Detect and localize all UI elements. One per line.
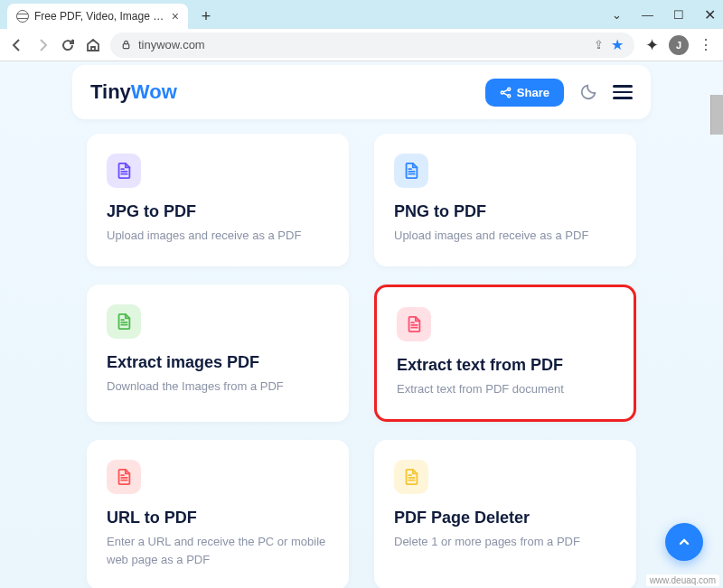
tool-card[interactable]: PNG to PDFUpload images and receive as a… bbox=[374, 134, 636, 266]
tool-card[interactable]: Extract images PDFDownload the Images fr… bbox=[87, 285, 349, 423]
site-header: TinyWow Share bbox=[72, 65, 651, 119]
close-window-icon[interactable]: ✕ bbox=[704, 6, 716, 23]
document-icon bbox=[394, 154, 428, 188]
site-logo[interactable]: TinyWow bbox=[90, 80, 177, 104]
svg-rect-0 bbox=[123, 44, 128, 49]
globe-icon bbox=[16, 10, 29, 23]
card-title: JPG to PDF bbox=[107, 202, 329, 221]
back-icon[interactable] bbox=[9, 37, 25, 53]
tool-grid: JPG to PDFUpload images and receive as a… bbox=[87, 134, 636, 588]
card-title: Extract images PDF bbox=[107, 353, 329, 372]
document-icon bbox=[107, 304, 141, 339]
svg-point-1 bbox=[501, 91, 503, 94]
card-desc: Upload images and receive as a PDF bbox=[394, 227, 616, 245]
dropdown-icon[interactable]: ⌄ bbox=[612, 8, 622, 22]
reload-icon[interactable] bbox=[60, 37, 76, 53]
window-controls: ⌄ — ☐ ✕ bbox=[612, 6, 716, 23]
card-title: PDF Page Deleter bbox=[394, 509, 616, 527]
document-icon bbox=[107, 154, 141, 188]
card-desc: Upload images and receive as a PDF bbox=[107, 227, 329, 245]
card-title: URL to PDF bbox=[107, 509, 329, 527]
tool-card[interactable]: PDF Page DeleterDelete 1 or more pages f… bbox=[374, 440, 636, 588]
menu-icon[interactable] bbox=[613, 85, 633, 99]
page-content: TinyWow Share JPG to PDFUpload images an… bbox=[0, 61, 723, 588]
browser-toolbar: tinywow.com ⇪ ★ ✦ J ⋮ bbox=[0, 29, 723, 61]
bookmark-icon[interactable]: ★ bbox=[611, 36, 624, 53]
document-icon bbox=[107, 460, 141, 494]
card-desc: Enter a URL and receive the PC or mobile… bbox=[107, 533, 329, 568]
card-desc: Extract text from PDF document bbox=[397, 380, 614, 398]
share-button[interactable]: Share bbox=[485, 79, 564, 107]
document-icon bbox=[397, 307, 431, 341]
card-title: Extract text from PDF bbox=[397, 356, 614, 375]
share-icon bbox=[500, 87, 512, 98]
window-titlebar: Free PDF, Video, Image & Other × + ⌄ — ☐… bbox=[0, 0, 723, 29]
dark-mode-icon[interactable] bbox=[578, 82, 598, 102]
card-title: PNG to PDF bbox=[394, 202, 616, 221]
maximize-icon[interactable]: ☐ bbox=[673, 8, 684, 22]
svg-point-2 bbox=[508, 88, 511, 90]
scroll-top-button[interactable] bbox=[665, 523, 703, 561]
tool-card[interactable]: Extract text from PDFExtract text from P… bbox=[374, 285, 636, 423]
home-icon[interactable] bbox=[85, 37, 101, 53]
share-url-icon[interactable]: ⇪ bbox=[594, 38, 604, 51]
card-desc: Delete 1 or more pages from a PDF bbox=[394, 533, 616, 551]
tool-card[interactable]: URL to PDFEnter a URL and receive the PC… bbox=[87, 440, 349, 588]
minimize-icon[interactable]: — bbox=[642, 8, 653, 22]
lock-icon bbox=[121, 40, 131, 50]
close-tab-icon[interactable]: × bbox=[172, 9, 179, 23]
address-bar[interactable]: tinywow.com ⇪ ★ bbox=[110, 33, 634, 58]
scrollbar-thumb[interactable] bbox=[710, 95, 723, 135]
document-icon bbox=[394, 460, 428, 494]
profile-avatar[interactable]: J bbox=[669, 35, 689, 55]
extensions-icon[interactable]: ✦ bbox=[643, 37, 660, 53]
forward-icon[interactable] bbox=[34, 37, 51, 53]
svg-point-3 bbox=[508, 94, 511, 97]
tool-card[interactable]: JPG to PDFUpload images and receive as a… bbox=[87, 134, 349, 266]
new-tab-button[interactable]: + bbox=[195, 5, 217, 27]
menu-dots-icon[interactable]: ⋮ bbox=[698, 37, 714, 53]
tab-title: Free PDF, Video, Image & Other bbox=[34, 10, 166, 23]
watermark: www.deuaq.com bbox=[646, 574, 719, 586]
browser-tab[interactable]: Free PDF, Video, Image & Other × bbox=[7, 4, 188, 29]
card-desc: Download the Images from a PDF bbox=[107, 378, 329, 396]
url-text: tinywow.com bbox=[138, 38, 205, 51]
